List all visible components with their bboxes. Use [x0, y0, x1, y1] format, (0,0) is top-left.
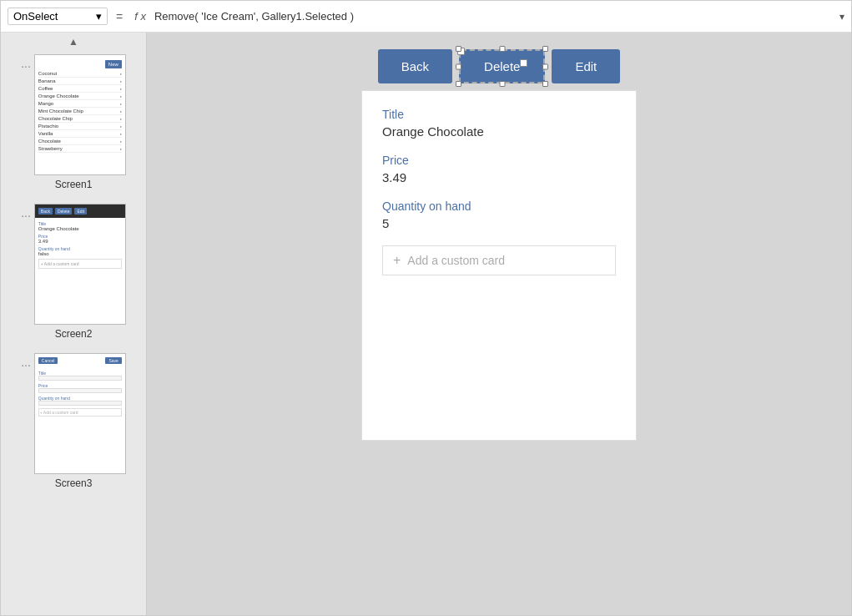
screen-list: ··· New Coconut› Banana› Coffee› Orange …	[1, 51, 146, 616]
screen3-dots[interactable]: ···	[21, 358, 31, 371]
list-item: Chocolate Chip›	[38, 115, 122, 123]
handle-bm	[499, 81, 505, 87]
price-field: Price 3.49	[382, 154, 616, 184]
s3-cancel-btn: Cancel	[38, 357, 58, 364]
formula-expand-icon[interactable]: ▾	[839, 11, 844, 23]
detail-screen: Back Delete Edit Title	[361, 49, 637, 441]
screen1-dots[interactable]: ···	[21, 59, 31, 73]
screen2-dots[interactable]: ···	[21, 209, 31, 222]
screen2-label: Screen2	[55, 328, 93, 340]
chevron-down-icon: ▾	[96, 10, 102, 23]
screen1-item[interactable]: ··· New Coconut› Banana› Coffee› Orange …	[14, 54, 133, 190]
detail-buttons-row: Back Delete Edit	[361, 49, 637, 83]
screen3-item[interactable]: ··· Cancel Save Title Price Quantity on …	[14, 353, 133, 489]
title-field: Title Orange Chocolate	[382, 108, 616, 139]
screen3-label: Screen3	[55, 477, 93, 489]
list-item: Vanilla›	[38, 130, 122, 138]
add-plus-icon: +	[393, 253, 401, 268]
s3-price-input	[38, 388, 122, 393]
back-button[interactable]: Back	[378, 49, 452, 83]
list-item: Orange Chocolate›	[38, 93, 122, 100]
s3-save-btn: Save	[105, 357, 121, 364]
add-custom-card-button[interactable]: + Add a custom card	[382, 245, 616, 275]
fx-label: f x	[131, 10, 149, 23]
handle-tr	[542, 46, 548, 52]
handle-bl	[456, 81, 461, 87]
add-custom-card-label: Add a custom card	[407, 254, 505, 267]
price-label: Price	[382, 154, 616, 167]
edit-button[interactable]: Edit	[552, 49, 620, 83]
screen1-list: Coconut› Banana› Coffee› Orange Chocolat…	[38, 70, 122, 153]
scroll-up-button[interactable]: ▲	[1, 33, 146, 51]
s2-back-btn: Back	[38, 208, 53, 215]
screen3-content: Title Price Quantity on hand + Add a cus…	[35, 367, 125, 420]
screen1-label: Screen1	[55, 179, 93, 190]
list-item: Mango›	[38, 100, 122, 108]
screen1-new-btn: New	[105, 60, 122, 68]
s2-title-value: Orange Chocolate	[38, 226, 122, 231]
quantity-value: 5	[382, 216, 616, 230]
quantity-label: Quantity on hand	[382, 199, 616, 213]
delete-button-wrapper: Delete	[459, 49, 545, 83]
list-item: Chocolate›	[38, 138, 122, 145]
screen2-content: Title Orange Chocolate Price 3.49 Quanti…	[35, 218, 125, 272]
handle-tl	[456, 46, 461, 52]
screen1-thumbnail[interactable]: New Coconut› Banana› Coffee› Orange Choc…	[34, 54, 126, 175]
s2-add-card: + Add a custom card	[38, 259, 122, 269]
delete-button[interactable]: Delete	[459, 49, 545, 83]
formula-bar: OnSelect ▾ = f x ▾	[1, 1, 851, 33]
screen2-header: Back Delete Edit	[35, 204, 125, 218]
equals-symbol: =	[113, 10, 126, 23]
quantity-field: Quantity on hand 5	[382, 199, 616, 230]
s3-add-card: + Add a custom card	[38, 408, 122, 417]
main-layout: ▲ ··· New Coconut› Banana› Coffee› Orang…	[1, 33, 851, 616]
handle-mr	[542, 63, 548, 69]
detail-card: Title Orange Chocolate Price 3.49 Quanti…	[361, 90, 637, 441]
screen2-item[interactable]: ··· Back Delete Edit Title Orange Chocol…	[14, 204, 133, 340]
s2-price-value: 3.49	[38, 239, 122, 244]
s2-edit-btn: Edit	[74, 208, 87, 215]
list-item: Mint Chocolate Chip›	[38, 108, 122, 115]
sidebar: ▲ ··· New Coconut› Banana› Coffee› Orang…	[1, 33, 147, 616]
title-value: Orange Chocolate	[382, 124, 616, 139]
handle-ml	[456, 63, 461, 69]
title-label: Title	[382, 108, 616, 121]
list-item: Coconut›	[38, 70, 122, 78]
screen3-thumbnail[interactable]: Cancel Save Title Price Quantity on hand…	[34, 353, 126, 474]
handle-br	[542, 81, 548, 87]
list-item: Banana›	[38, 78, 122, 85]
s2-delete-btn: Delete	[55, 208, 72, 215]
screen3-header: Cancel Save	[35, 354, 125, 367]
list-item: Coffee›	[38, 85, 122, 93]
s2-qty-value: falso	[38, 251, 122, 256]
s3-qty-input	[38, 401, 122, 406]
screen2-thumbnail[interactable]: Back Delete Edit Title Orange Chocolate …	[34, 204, 126, 325]
list-item: Pistachio›	[38, 123, 122, 130]
handle-tm	[499, 46, 505, 52]
canvas: Back Delete Edit Title	[147, 33, 851, 616]
s3-title-input	[38, 376, 122, 381]
list-item: Strawberry›	[38, 145, 122, 153]
onselect-dropdown[interactable]: OnSelect ▾	[8, 8, 108, 25]
formula-input[interactable]	[154, 10, 834, 23]
onselect-label: OnSelect	[13, 10, 58, 23]
price-value: 3.49	[382, 170, 616, 184]
